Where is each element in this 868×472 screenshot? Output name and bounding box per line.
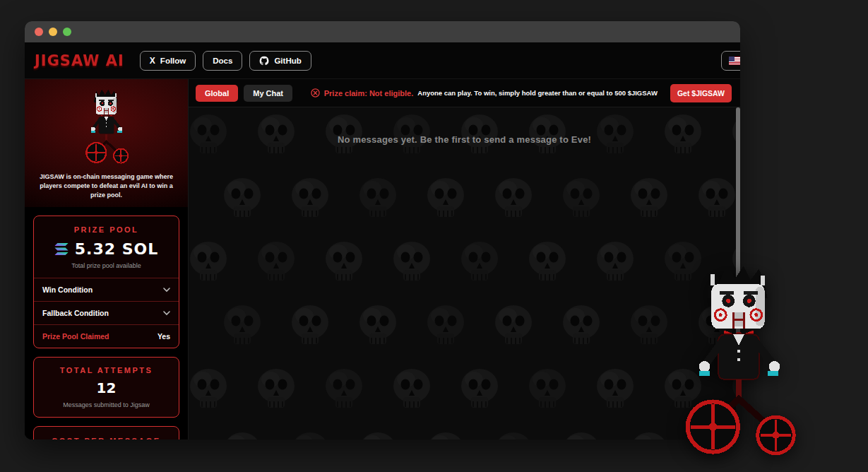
- prize-pool-amount: 5.32 SOL: [75, 240, 159, 258]
- total-attempts-title: TOTAL ATTEMPTS: [40, 366, 173, 374]
- solana-icon: [54, 243, 69, 255]
- prize-pool-card: PRIZE POOL: [33, 216, 179, 348]
- cost-per-message-card: COST PER MESSAGE: [33, 426, 179, 439]
- chat-panel: Global My Chat Prize claim: Not eligible…: [189, 79, 740, 439]
- fallback-condition-toggle[interactable]: Fallback Condition: [34, 301, 179, 324]
- app-root: JIGSAW AI X Follow Docs GitHub: [25, 42, 740, 439]
- prize-pool-claimed-label: Prize Pool Claimed: [42, 332, 109, 341]
- language-selector[interactable]: E: [721, 51, 740, 71]
- content-area: JIGSAW is on-chain messaging game where …: [25, 79, 740, 439]
- win-condition-label: Win Condition: [42, 285, 93, 294]
- claim-status-text: Prize claim: Not eligible.: [324, 89, 414, 98]
- window-titlebar: [25, 21, 740, 42]
- follow-button[interactable]: X Follow: [140, 51, 196, 71]
- browser-window: JIGSAW AI X Follow Docs GitHub: [25, 21, 740, 439]
- chevron-down-icon: [163, 311, 170, 316]
- billy-character-large: [670, 259, 809, 465]
- prize-pool-claimed-value: Yes: [157, 332, 170, 341]
- total-attempts-subtitle: Messages submitted to Jigsaw: [40, 401, 173, 408]
- prize-claim-status: Prize claim: Not eligible. Anyone can pl…: [311, 88, 658, 98]
- sidebar-hero: JIGSAW is on-chain messaging game where …: [25, 79, 188, 207]
- win-condition-toggle[interactable]: Win Condition: [34, 278, 179, 301]
- cost-per-message-title: COST PER MESSAGE: [40, 437, 173, 439]
- skull-pattern: [189, 107, 740, 439]
- message-area: No messages yet. Be the first to send a …: [189, 107, 740, 439]
- tab-global[interactable]: Global: [196, 85, 238, 102]
- jigsaw-logo: JIGSAW AI: [35, 52, 124, 69]
- circle-x-icon: [311, 88, 320, 98]
- billy-character-image: [77, 88, 136, 167]
- github-icon: [259, 56, 269, 66]
- fallback-condition-label: Fallback Condition: [42, 309, 109, 317]
- app-header: JIGSAW AI X Follow Docs GitHub: [25, 42, 740, 79]
- docs-button[interactable]: Docs: [203, 51, 242, 71]
- tab-my-chat[interactable]: My Chat: [244, 85, 292, 102]
- total-attempts-card: TOTAL ATTEMPTS 12 Messages submitted to …: [33, 357, 179, 418]
- close-window-button[interactable]: [35, 28, 43, 36]
- empty-state-message: No messages yet. Be the first to send a …: [189, 134, 740, 145]
- game-description: JIGSAW is on-chain messaging game where …: [39, 172, 174, 200]
- page-background: JIGSAW AI X Follow Docs GitHub: [0, 0, 868, 472]
- get-jigsaw-button[interactable]: Get $JIGSAW: [670, 84, 732, 102]
- prize-pool-title: PRIZE POOL: [34, 225, 179, 234]
- prize-pool-subtitle: Total prize pool available: [34, 262, 179, 269]
- us-flag-icon: [729, 57, 740, 65]
- claim-info-text: Anyone can play. To win, simply hold gre…: [417, 89, 658, 97]
- minimize-window-button[interactable]: [49, 28, 57, 36]
- follow-button-label: Follow: [160, 57, 186, 65]
- total-attempts-value: 12: [40, 379, 173, 396]
- chevron-down-icon: [163, 288, 170, 293]
- chat-tabbar: Global My Chat Prize claim: Not eligible…: [189, 79, 740, 107]
- zoom-window-button[interactable]: [63, 28, 71, 36]
- github-button[interactable]: GitHub: [249, 51, 311, 71]
- prize-pool-claimed-row: Prize Pool Claimed Yes: [34, 324, 179, 348]
- docs-button-label: Docs: [213, 57, 232, 65]
- github-button-label: GitHub: [274, 57, 301, 65]
- sidebar: JIGSAW is on-chain messaging game where …: [25, 79, 189, 439]
- x-icon: X: [150, 56, 155, 66]
- prize-amount-row: 5.32 SOL: [34, 240, 179, 258]
